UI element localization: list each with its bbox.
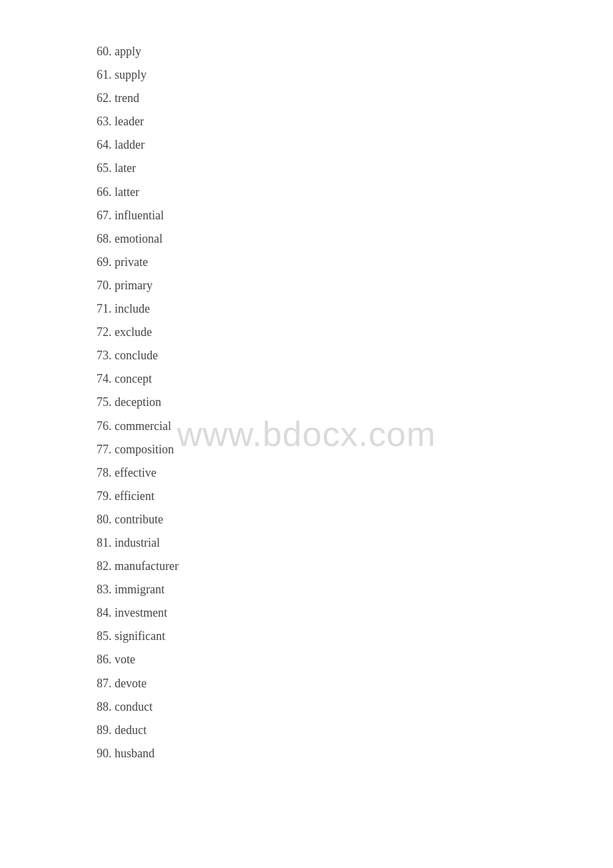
- item-number: 65.: [97, 161, 115, 175]
- item-number: 81.: [97, 536, 115, 549]
- item-word: later: [115, 161, 136, 175]
- item-number: 77.: [97, 443, 115, 456]
- list-item: 69. private: [97, 251, 613, 274]
- list-item: 66. latter: [97, 181, 613, 204]
- list-item: 72. exclude: [97, 321, 613, 344]
- list-item: 82. manufacturer: [97, 555, 613, 578]
- item-number: 61.: [97, 68, 115, 81]
- item-number: 79.: [97, 489, 115, 503]
- item-word: latter: [115, 185, 139, 199]
- item-word: influential: [115, 209, 164, 222]
- item-number: 73.: [97, 349, 115, 362]
- item-word: deduct: [115, 723, 147, 737]
- list-item: 78. effective: [97, 461, 613, 485]
- item-number: 69.: [97, 255, 115, 269]
- item-word: primary: [115, 279, 153, 292]
- item-word: trend: [115, 91, 139, 105]
- word-list: 60. apply61. supply62. trend63. leader64…: [0, 0, 613, 805]
- item-word: conclude: [115, 349, 158, 362]
- item-number: 80.: [97, 513, 115, 526]
- list-item: 73. conclude: [97, 344, 613, 367]
- list-item: 67. influential: [97, 204, 613, 227]
- item-number: 87.: [97, 677, 115, 690]
- list-item: 76. commercial: [97, 415, 613, 438]
- item-word: emotional: [115, 232, 163, 245]
- item-word: devote: [115, 677, 147, 690]
- list-item: 85. significant: [97, 625, 613, 648]
- item-number: 82.: [97, 559, 115, 573]
- item-number: 84.: [97, 606, 115, 619]
- item-word: include: [115, 302, 150, 315]
- list-item: 61. supply: [97, 63, 613, 87]
- item-number: 90.: [97, 747, 115, 760]
- list-item: 87. devote: [97, 672, 613, 695]
- item-number: 74.: [97, 372, 115, 385]
- item-word: investment: [115, 606, 167, 619]
- item-word: deception: [115, 395, 161, 409]
- item-word: commercial: [115, 419, 171, 433]
- item-word: effective: [115, 466, 157, 479]
- item-number: 60.: [97, 45, 115, 58]
- list-item: 83. immigrant: [97, 578, 613, 601]
- item-number: 86.: [97, 653, 115, 666]
- item-number: 71.: [97, 302, 115, 315]
- list-item: 71. include: [97, 297, 613, 321]
- item-number: 66.: [97, 185, 115, 199]
- item-word: concept: [115, 372, 152, 385]
- list-item: 84. investment: [97, 601, 613, 625]
- item-number: 78.: [97, 466, 115, 479]
- list-item: 80. contribute: [97, 508, 613, 531]
- item-number: 76.: [97, 419, 115, 433]
- item-number: 85.: [97, 629, 115, 643]
- item-word: efficient: [115, 489, 155, 503]
- item-number: 67.: [97, 209, 115, 222]
- item-number: 72.: [97, 325, 115, 339]
- list-item: 88. conduct: [97, 695, 613, 719]
- item-number: 88.: [97, 700, 115, 713]
- list-item: 70. primary: [97, 274, 613, 297]
- item-number: 83.: [97, 583, 115, 596]
- item-number: 75.: [97, 395, 115, 409]
- item-word: manufacturer: [115, 559, 179, 573]
- item-word: husband: [115, 747, 155, 760]
- item-word: immigrant: [115, 583, 165, 596]
- list-item: 77. composition: [97, 438, 613, 461]
- item-word: supply: [115, 68, 147, 81]
- item-number: 68.: [97, 232, 115, 245]
- item-number: 62.: [97, 91, 115, 105]
- list-item: 90. husband: [97, 742, 613, 765]
- item-word: significant: [115, 629, 165, 643]
- item-word: industrial: [115, 536, 160, 549]
- item-word: composition: [115, 443, 174, 456]
- list-item: 89. deduct: [97, 719, 613, 742]
- item-word: ladder: [115, 138, 145, 151]
- item-word: leader: [115, 115, 144, 128]
- list-item: 75. deception: [97, 391, 613, 414]
- item-word: exclude: [115, 325, 152, 339]
- list-item: 60. apply: [97, 40, 613, 63]
- item-number: 64.: [97, 138, 115, 151]
- list-item: 65. later: [97, 157, 613, 180]
- item-word: apply: [115, 45, 141, 58]
- item-word: vote: [115, 653, 135, 666]
- item-word: conduct: [115, 700, 153, 713]
- item-number: 89.: [97, 723, 115, 737]
- item-number: 70.: [97, 279, 115, 292]
- list-item: 68. emotional: [97, 227, 613, 251]
- list-item: 79. efficient: [97, 485, 613, 508]
- list-item: 81. industrial: [97, 531, 613, 555]
- list-item: 64. ladder: [97, 133, 613, 157]
- item-word: contribute: [115, 513, 163, 526]
- item-number: 63.: [97, 115, 115, 128]
- list-item: 62. trend: [97, 87, 613, 110]
- list-item: 74. concept: [97, 367, 613, 391]
- list-item: 86. vote: [97, 648, 613, 671]
- list-item: 63. leader: [97, 110, 613, 133]
- item-word: private: [115, 255, 148, 269]
